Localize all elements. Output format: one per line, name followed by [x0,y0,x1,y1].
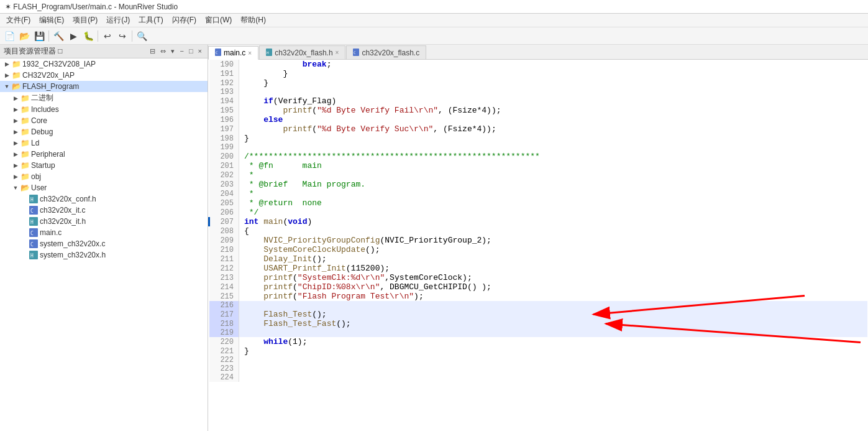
tab-close-ch32v20x_flash.h[interactable]: × [336,49,339,56]
tree-item-system_ch32v20x.c[interactable]: C system_ch32v20x.c [0,238,208,249]
maximize-icon[interactable]: □ [187,47,195,56]
build-btn[interactable]: 🔨 [52,29,65,43]
line-number-199: 199 [209,143,239,152]
line-number-196: 196 [209,115,239,124]
tree-arrow-obj[interactable]: ▶ [11,172,20,181]
tab-label-ch32v20x_flash.h: ch32v20x_flash.h [275,49,332,57]
tree-arrow-ch32v20x_it.h[interactable] [20,217,29,226]
tree-item-CH32V20x_IAP[interactable]: ▶ 📁 CH32V20x_IAP [0,70,208,81]
line-number-207: 207 [209,217,239,226]
tree-item-Includes[interactable]: ▶ 📁 Includes [0,104,208,115]
svg-text:H: H [267,50,269,55]
minimize-icon[interactable]: − [178,47,185,56]
tree-icon-FLASH_Program: 📂 [11,81,21,91]
code-line-190: 190 break; [209,60,867,69]
sep2 [98,30,98,42]
line-number-209: 209 [209,236,239,245]
tree-arrow-main.c[interactable] [20,228,29,237]
tab-main-c[interactable]: C main.c × [208,46,258,60]
tree-arrow-ch32v20x_it.c[interactable] [20,206,29,215]
new-file-btn[interactable]: 📄 [2,29,16,43]
line-number-213: 213 [209,273,239,282]
code-line-208: 208{ [209,226,867,236]
menu-item-j[interactable]: 运行(J) [103,14,134,27]
panel-menu-icon[interactable]: ▾ [169,47,176,56]
tab-ch32v20x-flash-h[interactable]: H ch32v20x_flash.h × [259,45,345,59]
menu-item-e[interactable]: 编辑(E) [35,14,68,27]
code-content-217: Flash_Test(); [239,310,867,319]
tree-arrow-Ld[interactable]: ▶ [11,139,20,147]
run-btn[interactable]: ▶ [66,29,80,43]
svg-text:C: C [30,242,34,248]
editor-panel: C main.c × H ch32v20x_flash.h × C ch32v2… [208,45,868,431]
tree-container: ▶ 📁 1932_CH32V208_IAP ▶ 📁 CH32V20x_IAP ▼… [0,58,208,431]
code-content-214: printf("ChipID:%08x\r\n", DBGMCU_GetCHIP… [239,282,867,292]
link-editor-icon[interactable]: ⇔ [158,47,168,56]
menu-item-h[interactable]: 帮助(H) [237,14,270,27]
tree-arrow-system_ch32v20x.h[interactable] [20,251,29,259]
save-btn[interactable]: 💾 [32,29,46,43]
code-content-215: printf("Flash Program Test\r\n"); [239,292,867,301]
tree-item-main.c[interactable]: C main.c [0,227,208,238]
code-content-199 [239,143,867,152]
tree-arrow-Debug[interactable]: ▶ [11,127,20,136]
line-number-214: 214 [209,282,239,292]
line-number-197: 197 [209,124,239,134]
code-content-209: NVIC_PriorityGroupConfig(NVIC_PriorityGr… [239,236,867,245]
line-number-220: 220 [209,337,239,346]
tree-item-User[interactable]: ▼ 📂 User [0,182,208,193]
tree-arrow-Startup[interactable]: ▶ [11,161,20,170]
tree-icon-Startup: 📁 [20,160,30,170]
tree-arrow-Includes[interactable]: ▶ [11,105,20,114]
tree-item-1932_CH32V208_IAP[interactable]: ▶ 📁 1932_CH32V208_IAP [0,58,208,70]
search-btn[interactable]: 🔍 [135,29,148,43]
undo-btn[interactable]: ↩ [101,29,114,43]
menu-item-p[interactable]: 项目(P) [69,14,101,27]
code-content-208: { [239,226,867,236]
tree-arrow-CH32V20x_IAP[interactable]: ▶ [2,71,11,80]
close-panel-icon[interactable]: × [196,47,204,56]
code-content-221: } [239,346,867,356]
tree-item-Core[interactable]: ▶ 📁 Core [0,115,208,126]
tree-arrow-system_ch32v20x.c[interactable] [20,239,29,248]
code-content-191: } [239,69,867,78]
tree-arrow-FLASH_Program[interactable]: ▼ [2,82,11,91]
code-line-220: 220 while(1); [209,337,867,346]
redo-btn[interactable]: ↪ [116,29,129,43]
tree-arrow-1932_CH32V208_IAP[interactable]: ▶ [2,60,11,68]
code-line-204: 204 * [209,189,867,198]
tree-arrow-binary[interactable]: ▶ [11,94,20,103]
tree-label-ch32v20x_it.h: ch32v20x_it.h [40,217,86,226]
tree-item-system_ch32v20x.h[interactable]: H system_ch32v20x.h [0,249,208,261]
svg-text:C: C [30,208,34,214]
tab-close-main.c[interactable]: × [248,50,252,57]
tree-item-binary[interactable]: ▶ 📁 二进制 [0,92,208,104]
menu-item-f[interactable]: 文件(F) [2,14,34,27]
menu-item-w[interactable]: 窗口(W) [201,14,235,27]
tree-item-obj[interactable]: ▶ 📁 obj [0,171,208,182]
tree-item-ch32v20x_it.c[interactable]: C ch32v20x_it.c [0,205,208,216]
tree-arrow-ch32v20x_conf.h[interactable] [20,195,29,203]
tree-arrow-User[interactable]: ▼ [11,183,20,192]
tab-ch32v20x-flash-c[interactable]: C ch32v20x_flash.c [346,45,426,59]
tree-label-system_ch32v20x.h: system_ch32v20x.h [40,251,106,259]
tree-item-Peripheral[interactable]: ▶ 📁 Peripheral [0,149,208,160]
open-btn[interactable]: 📂 [17,29,31,43]
menu-item-f[interactable]: 闪存(F) [168,14,200,27]
tree-item-ch32v20x_it.h[interactable]: H ch32v20x_it.h [0,216,208,227]
tree-arrow-Core[interactable]: ▶ [11,116,20,125]
code-line-218: 218 Flash_Test_Fast(); [209,319,867,328]
tree-item-ch32v20x_conf.h[interactable]: H ch32v20x_conf.h [0,193,208,205]
code-content-205: * @return none [239,198,867,208]
tree-item-Ld[interactable]: ▶ 📁 Ld [0,137,208,149]
tree-item-Startup[interactable]: ▶ 📁 Startup [0,160,208,171]
tree-item-FLASH_Program[interactable]: ▼ 📂 FLASH_Program [0,81,208,92]
tree-arrow-Peripheral[interactable]: ▶ [11,150,20,159]
tree-item-Debug[interactable]: ▶ 📁 Debug [0,126,208,137]
collapse-all-icon[interactable]: ⊟ [148,47,157,56]
code-editor[interactable]: 190 break;191 }192 }193194 if(Verify_Fla… [208,60,868,431]
menu-item-t[interactable]: 工具(T) [135,14,167,27]
line-number-217: 217 [209,310,239,319]
code-content-218: Flash_Test_Fast(); [239,319,867,328]
debug-btn[interactable]: 🐛 [81,29,95,43]
